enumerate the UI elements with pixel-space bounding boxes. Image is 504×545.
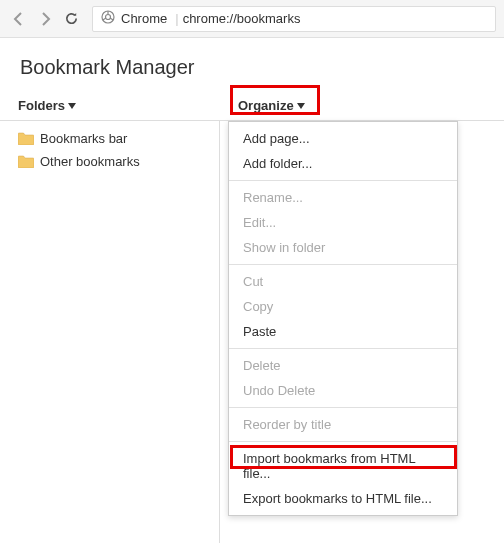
sidebar-item-label: Other bookmarks bbox=[40, 154, 140, 169]
organize-menu: Add page... Add folder... Rename... Edit… bbox=[228, 121, 458, 516]
folders-sidebar: Bookmarks bar Other bookmarks bbox=[0, 121, 220, 543]
sidebar-item-bookmarks-bar[interactable]: Bookmarks bar bbox=[0, 127, 219, 150]
protocol-label: Chrome bbox=[121, 11, 167, 26]
menu-undo-delete: Undo Delete bbox=[229, 378, 457, 403]
sidebar-item-other-bookmarks[interactable]: Other bookmarks bbox=[0, 150, 219, 173]
chevron-down-icon bbox=[68, 103, 76, 109]
sidebar-item-label: Bookmarks bar bbox=[40, 131, 127, 146]
reload-icon[interactable] bbox=[60, 8, 82, 30]
menu-add-folder[interactable]: Add folder... bbox=[229, 151, 457, 176]
url-text: chrome://bookmarks bbox=[183, 11, 301, 26]
menu-divider bbox=[229, 348, 457, 349]
address-bar[interactable]: Chrome | chrome://bookmarks bbox=[92, 6, 496, 32]
menu-edit: Edit... bbox=[229, 210, 457, 235]
chevron-down-icon bbox=[297, 103, 305, 109]
folders-label: Folders bbox=[18, 98, 65, 113]
menu-divider bbox=[229, 407, 457, 408]
menu-add-page[interactable]: Add page... bbox=[229, 126, 457, 151]
menu-import-html[interactable]: Import bookmarks from HTML file... bbox=[229, 446, 457, 486]
folder-icon bbox=[18, 132, 34, 145]
menu-export-html[interactable]: Export bookmarks to HTML file... bbox=[229, 486, 457, 511]
menu-divider bbox=[229, 180, 457, 181]
browser-toolbar: Chrome | chrome://bookmarks bbox=[0, 0, 504, 38]
chrome-icon bbox=[101, 10, 115, 28]
svg-point-1 bbox=[106, 14, 111, 19]
menu-copy: Copy bbox=[229, 294, 457, 319]
folders-dropdown[interactable]: Folders bbox=[18, 98, 76, 113]
bookmark-toolbar: Folders Organize bbox=[0, 91, 504, 121]
address-text: Chrome | chrome://bookmarks bbox=[121, 11, 300, 26]
menu-divider bbox=[229, 264, 457, 265]
organize-dropdown[interactable]: Organize bbox=[238, 98, 305, 113]
menu-delete: Delete bbox=[229, 353, 457, 378]
menu-show-in-folder: Show in folder bbox=[229, 235, 457, 260]
page-title: Bookmark Manager bbox=[0, 38, 504, 91]
content-area: Bookmarks bar Other bookmarks Add page..… bbox=[0, 121, 504, 543]
menu-reorder: Reorder by title bbox=[229, 412, 457, 437]
organize-label: Organize bbox=[238, 98, 294, 113]
folder-icon bbox=[18, 155, 34, 168]
main-area: Add page... Add folder... Rename... Edit… bbox=[220, 121, 504, 543]
forward-icon bbox=[34, 8, 56, 30]
back-icon bbox=[8, 8, 30, 30]
menu-rename: Rename... bbox=[229, 185, 457, 210]
menu-paste[interactable]: Paste bbox=[229, 319, 457, 344]
menu-divider bbox=[229, 441, 457, 442]
menu-cut: Cut bbox=[229, 269, 457, 294]
